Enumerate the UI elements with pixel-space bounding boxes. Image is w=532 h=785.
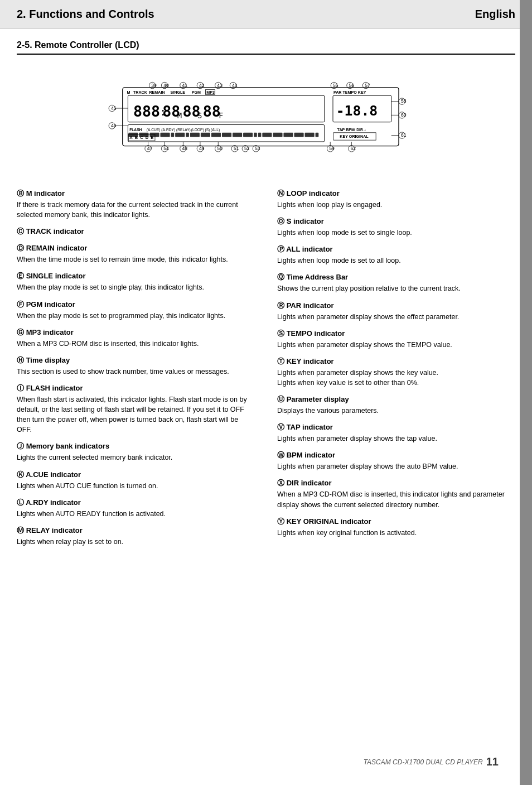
svg-rect-50 [171,133,175,137]
page-content: 2-5. Remote Controller (LCD) 888 88 M 88… [0,29,532,576]
desc-52: Ⓞ S indicator Lights when loop mode is s… [277,216,515,238]
svg-text:-18.8: -18.8 [336,103,378,119]
desc-60: Ⓦ BPM indicator Lights when parameter di… [277,450,515,471]
svg-text:61: 61 [401,132,407,138]
desc-44-text: When a MP3 CD-ROM disc is inserted, this… [17,339,255,349]
svg-text:43: 43 [217,83,223,88]
svg-text:PAR TEMPO KEY: PAR TEMPO KEY [333,90,366,95]
svg-text:REMAIN: REMAIN [149,90,165,95]
desc-43-text: When the play mode is set to programmed … [17,311,255,321]
page: 2. Functions and Controls English 2-5. R… [0,0,532,785]
desc-48: Ⓚ A.CUE indicator Lights when AUTO CUE f… [17,470,255,491]
desc-55: Ⓡ PAR indicator Lights when parameter di… [277,301,515,322]
desc-40: Ⓒ TRACK indicator [17,227,255,237]
desc-44: Ⓖ MP3 indicator When a MP3 CD-ROM disc i… [17,328,255,349]
svg-text:(ALL): (ALL) [211,128,220,132]
svg-text:58: 58 [401,98,407,104]
desc-59: Ⓥ TAP indicator Lights when parameter di… [277,422,515,444]
svg-text:888: 888 [133,103,160,120]
desc-53-title: Ⓟ ALL indicator [277,244,515,254]
svg-text:↑ DIR→: ↑ DIR→ [354,128,366,132]
svg-text:47: 47 [147,146,153,151]
svg-text:F: F [219,112,223,120]
svg-rect-56 [222,133,231,137]
descriptions-grid: Ⓑ M indicator If there is track memory d… [17,189,515,553]
desc-54-title: Ⓠ Time Address Bar [277,272,515,282]
svg-text:(LOOP): (LOOP) [191,128,204,132]
svg-text:62: 62 [350,146,356,151]
desc-45-text: This section is used to show track numbe… [17,367,255,377]
desc-42-title: Ⓔ SINGLE indicator [17,271,255,281]
desc-39-title: Ⓑ M indicator [17,189,255,199]
svg-rect-51 [175,133,185,137]
svg-text:57: 57 [365,83,370,88]
desc-50-title: Ⓜ RELAY indicator [17,526,255,536]
svg-rect-62 [273,133,282,137]
desc-40-title: Ⓒ TRACK indicator [17,227,255,237]
desc-47-title: Ⓙ Memory bank indicators [17,441,255,451]
desc-59-text: Lights when parameter display shows the … [277,434,515,444]
svg-rect-66 [316,133,319,137]
svg-rect-53 [190,133,200,137]
svg-text:B: B [135,135,138,140]
desc-47-text: Lights the current selected memory bank … [17,452,255,463]
desc-58-text: Displays the various parameters. [277,406,515,416]
desc-57: Ⓣ KEY indicator Lights when parameter di… [277,357,515,388]
desc-54: Ⓠ Time Address Bar Shows the current pla… [277,272,515,293]
svg-text:44: 44 [232,83,238,88]
section-title: 2-5. Remote Controller (LCD) [17,40,515,55]
language-label: English [475,8,515,21]
desc-55-text: Lights when parameter display shows the … [277,312,515,322]
desc-56-text: Lights when parameter display shows the … [277,340,515,350]
desc-61-title: Ⓧ DIR indicator [277,478,515,488]
desc-62: Ⓨ KEY ORIGINAL indicator Lights when key… [277,517,515,538]
svg-text:55: 55 [333,83,338,88]
svg-text:48: 48 [182,146,188,151]
svg-text:88: 88 [203,103,221,120]
desc-56-title: Ⓢ TEMPO indicator [277,329,515,339]
svg-text:TRACK: TRACK [133,90,148,95]
desc-49-title: Ⓛ A.RDY indicator [17,498,255,508]
svg-text:50: 50 [217,146,223,151]
desc-57-text: Lights when parameter display shows the … [277,368,515,388]
desc-62-title: Ⓨ KEY ORIGINAL indicator [277,517,515,527]
page-tab [520,0,532,785]
desc-46-title: Ⓘ FLASH indicator [17,383,255,393]
svg-text:60: 60 [401,112,407,118]
svg-rect-63 [283,133,293,137]
desc-39-text: If there is track memory data for the cu… [17,200,255,220]
desc-44-title: Ⓖ MP3 indicator [17,328,255,338]
desc-50: Ⓜ RELAY indicator Lights when relay play… [17,526,255,547]
desc-52-text: Lights when loop mode is set to single l… [277,228,515,238]
svg-text:53: 53 [255,146,260,151]
svg-text:51: 51 [234,146,239,151]
desc-52-title: Ⓞ S indicator [277,216,515,227]
left-column: Ⓑ M indicator If there is track memory d… [17,189,255,553]
svg-text:40: 40 [163,83,169,88]
svg-rect-49 [160,133,170,137]
svg-text:M: M [127,90,130,95]
desc-42-text: When the play mode is set to single play… [17,282,255,292]
svg-rect-59 [254,133,257,137]
desc-53: Ⓟ ALL indicator Lights when loop mode is… [277,244,515,266]
desc-48-title: Ⓚ A.CUE indicator [17,470,255,480]
svg-text:(S): (S) [205,128,210,132]
desc-56: Ⓢ TEMPO indicator Lights when parameter … [277,329,515,350]
desc-48-text: Lights when AUTO CUE function is turned … [17,481,255,491]
desc-43-title: Ⓕ PGM indicator [17,300,255,310]
desc-45-title: Ⓗ Time display [17,355,255,365]
desc-51-title: Ⓝ LOOP indicator [277,189,515,199]
svg-text:TAP BPM: TAP BPM [337,128,355,132]
desc-41-text: When the time mode is set to remain time… [17,254,255,264]
svg-text:S: S [197,112,202,120]
desc-47: Ⓙ Memory bank indicators Lights the curr… [17,441,255,463]
right-column: Ⓝ LOOP indicator Lights when loop play i… [277,189,515,553]
svg-rect-58 [243,133,253,137]
desc-60-title: Ⓦ BPM indicator [277,450,515,460]
desc-59-title: Ⓥ TAP indicator [277,422,515,432]
page-footer: TASCAM CD-X1700 DUAL CD PLAYER 11 [0,750,532,774]
svg-rect-54 [201,133,210,137]
svg-text:M: M [177,112,182,120]
svg-text:(A.CUE): (A.CUE) [147,128,161,132]
desc-57-title: Ⓣ KEY indicator [277,357,515,367]
